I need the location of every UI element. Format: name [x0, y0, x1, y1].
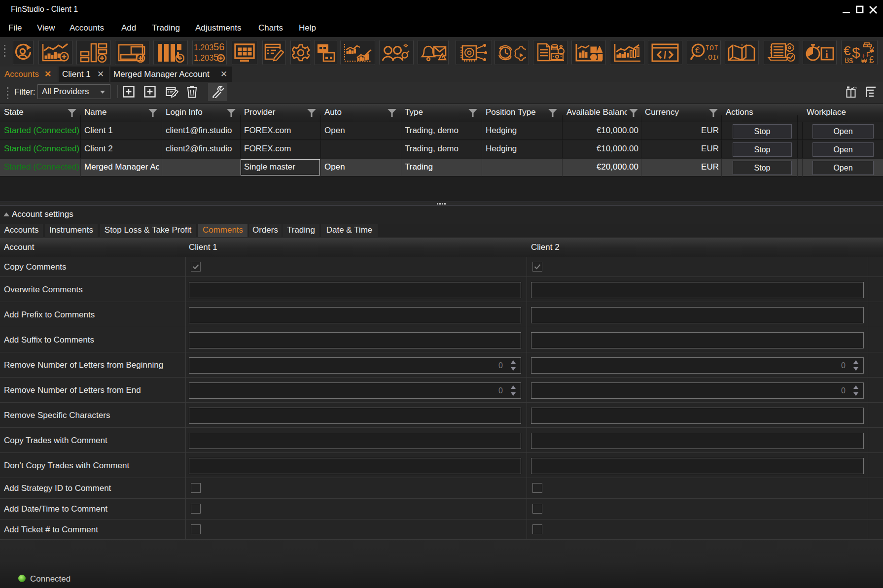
svg-text:$: $: [852, 44, 860, 61]
svg-text:$: $: [849, 56, 853, 63]
svg-text:.OIO: .OIO: [704, 54, 718, 62]
svg-text:IOI: IOI: [705, 44, 718, 53]
svg-text:1.20356: 1.20356: [194, 42, 224, 52]
svg-text:i: i: [825, 49, 828, 60]
svg-text:€: €: [695, 46, 700, 55]
svg-text:£: £: [869, 55, 874, 63]
svg-text:1.2035: 1.2035: [194, 52, 219, 63]
svg-text:B: B: [845, 56, 849, 63]
svg-text:₩: ₩: [861, 58, 867, 63]
